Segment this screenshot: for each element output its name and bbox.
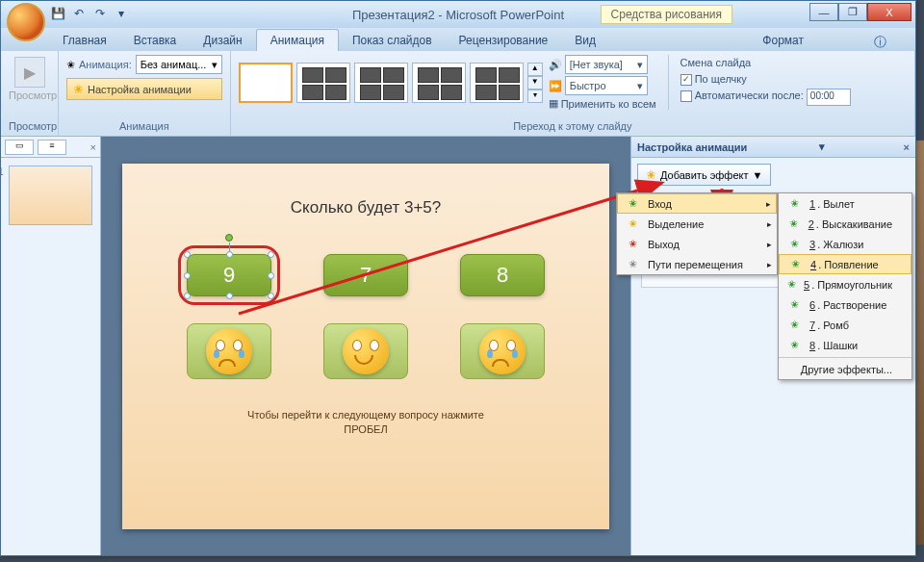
effect-appear[interactable]: ✬4. Появление [779, 254, 911, 274]
effect-icon: ✬ [790, 298, 799, 311]
effect-blinds[interactable]: ✬3. Жалюзи [779, 234, 911, 254]
effect-label-5: Прямоугольник [817, 279, 892, 291]
effect-dissolve[interactable]: ✬6. Растворение [779, 294, 911, 315]
motion-star-icon: ✬ [629, 258, 637, 270]
effect-flyin[interactable]: ✬1. Вылет [779, 193, 911, 214]
effect-accel-4: 4 [810, 259, 816, 270]
effect-accel-1: 1 [809, 198, 815, 210]
effect-accel-6: 6 [809, 299, 815, 311]
office-button[interactable] [7, 3, 45, 41]
effect-label-7: Ромб [823, 319, 849, 331]
menu-exit-label: Выход [648, 239, 680, 250]
effect-accel-5: 5 [804, 279, 809, 291]
more-effects-label: Другие эффекты... [801, 364, 892, 375]
effect-box[interactable]: ✬5. Прямоугольник [779, 274, 911, 294]
effect-label-2: Выскакивание [822, 218, 892, 230]
menu-motion-label: Пути перемещения [648, 259, 743, 270]
effect-label-4: Появление [824, 259, 878, 270]
submenu-arrow-icon: ▸ [766, 199, 771, 209]
effect-label-6: Растворение [823, 299, 886, 311]
effect-popup[interactable]: ✬2. Выскакивание [779, 214, 911, 234]
effect-icon: ✬ [790, 238, 799, 250]
effect-accel-3: 3 [809, 239, 815, 250]
effect-icon: ✬ [789, 217, 798, 230]
menu-entrance[interactable]: ✬ Вход ▸ [617, 193, 777, 214]
effect-icon: ✬ [790, 319, 799, 331]
menu-motion-paths[interactable]: ✬ Пути перемещения ▸ [617, 254, 777, 274]
effect-label-3: Жалюзи [823, 239, 863, 250]
menu-exit[interactable]: ✬ Выход ▸ [617, 234, 777, 254]
submenu-arrow-icon: ▸ [767, 260, 772, 269]
svg-line-1 [239, 183, 662, 314]
effect-accel-7: 7 [809, 319, 815, 331]
submenu-arrow-icon: ▸ [767, 240, 772, 249]
emphasis-star-icon: ✬ [629, 217, 637, 230]
effect-icon: ✬ [790, 197, 799, 210]
submenu-arrow-icon: ▸ [767, 219, 772, 229]
effect-label-8: Шашки [823, 340, 858, 351]
effect-accel-2: 2 [808, 218, 814, 230]
exit-star-icon: ✬ [629, 238, 637, 250]
more-effects[interactable]: Другие эффекты... [779, 360, 911, 379]
effect-icon: ✬ [791, 258, 800, 270]
add-effect-menu: ✬ Вход ▸ ✬ Выделение ▸ ✬ Выход ▸ ✬ Пути … [616, 192, 778, 275]
effect-accel-8: 8 [809, 340, 815, 351]
effect-diamond[interactable]: ✬7. Ромб [779, 315, 911, 335]
menu-entrance-label: Вход [648, 198, 672, 210]
effect-checker[interactable]: ✬8. Шашки [779, 335, 911, 355]
entrance-effects-submenu: ✬1. Вылет ✬2. Выскакивание ✬3. Жалюзи ✬4… [778, 192, 912, 380]
effect-label-1: Вылет [823, 198, 854, 210]
menu-separator [779, 357, 911, 358]
menu-emphasis-label: Выделение [648, 218, 704, 230]
entrance-star-icon: ✬ [629, 197, 637, 210]
effect-icon: ✬ [787, 278, 796, 291]
menu-emphasis[interactable]: ✬ Выделение ▸ [617, 214, 777, 234]
effect-icon: ✬ [790, 339, 799, 351]
